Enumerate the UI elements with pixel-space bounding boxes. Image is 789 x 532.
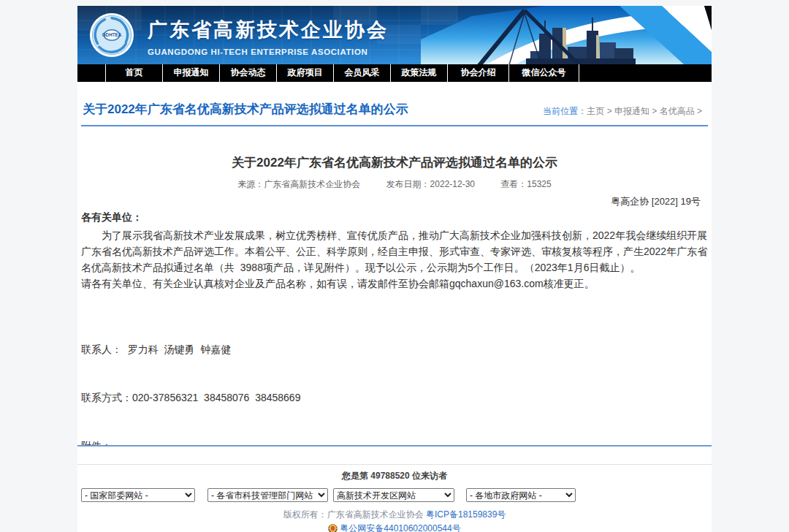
nav-item-home[interactable]: 首页 [105, 64, 162, 82]
icp-license-link[interactable]: 粤ICP备18159839号 [426, 509, 506, 520]
association-logo-emblem: GDHTEA [89, 12, 134, 58]
nav-item-association-news[interactable]: 协会动态 [219, 64, 276, 82]
links-select-city-governments[interactable]: - 各地市政府网站 - [466, 488, 576, 502]
document-number: 粤高企协 [2022] 19号 [81, 195, 708, 208]
nav-item-government-projects[interactable]: 政府项目 [276, 64, 333, 82]
attachment-label: 附件： [81, 438, 708, 446]
links-select-hitech-zones[interactable]: 高新技术开发区网站 [333, 488, 454, 502]
site-footer: 您是第 49788520 位来访者 - 国家部委网站 - - 各省市科技管理部门… [77, 464, 712, 532]
visitor-counter: 您是第 49788520 位来访者 [77, 470, 712, 482]
title-divider [81, 125, 708, 126]
association-logo: GDHTEA [89, 12, 134, 58]
salutation: 各有关单位： [81, 211, 708, 224]
article-paragraph-1: 为了展示我省高新技术产业发展成果，树立优秀榜样、宣传优质产品，推动广大高新技术企… [81, 227, 708, 276]
org-name-cn: 广东省高新技术企业协会 [148, 17, 389, 43]
article-title: 关于2022年广东省名优高新技术产品评选拟通过名单的公示 [81, 154, 708, 171]
article-source: 来源：广东省高新技术企业协会 [237, 179, 360, 189]
svg-text:GDHTEA: GDHTEA [102, 32, 122, 37]
copyright-text: 版权所有：广东省高新技术企业协会 [283, 509, 426, 520]
title-row: 关于2022年广东省名优高新技术产品评选拟通过名单的公示 当前位置：主页 > 申… [81, 101, 708, 118]
nav-item-policies[interactable]: 政策法规 [390, 64, 447, 82]
header-titles: 广东省高新技术企业协会 GUANGDONG HI-TECH ENTERPRISE… [148, 17, 389, 56]
nav-item-member-showcase[interactable]: 会员风采 [333, 64, 390, 82]
contact-person: 联系人： 罗力科 汤键勇 钟嘉健 [81, 341, 708, 357]
footer-divider [77, 464, 712, 465]
content-area: 关于2022年广东省名优高新技术产品评选拟通过名单的公示 当前位置：主页 > 申… [77, 82, 712, 446]
org-name-en: GUANGDONG HI-TECH ENTERPRISE ASOCIATION [148, 48, 389, 56]
nav-spacer [77, 64, 105, 82]
links-select-national-ministries[interactable]: - 国家部委网站 - [81, 488, 195, 502]
breadcrumb-path[interactable]: 主页 > 申报通知 > 名优高品 > [587, 106, 702, 116]
contact-block: 联系人： 罗力科 汤键勇 钟嘉健 联系方式：020-37856321 38458… [81, 309, 708, 446]
page-title: 关于2022年广东省名优高新技术产品评选拟通过名单的公示 [83, 101, 408, 118]
article-meta: 来源：广东省高新技术企业协会 发布日期：2022-12-30 查看：15325 [81, 178, 708, 191]
page-container: GDHTEA 广东省高新技术企业协会 GUANGDONG HI-TECH ENT… [77, 6, 712, 532]
copyright-line: 版权所有：广东省高新技术企业协会 粤ICP备18159839号 [77, 509, 712, 521]
contact-phone: 联系方式：020-37856321 38458076 38458669 [81, 390, 708, 406]
breadcrumb[interactable]: 当前位置：主页 > 申报通知 > 名优高品 > [543, 105, 702, 118]
main-nav: 首页 申报通知 协会动态 政府项目 会员风采 政策法规 协会介绍 微信公众号 [77, 64, 712, 82]
article-views: 查看：15325 [500, 179, 551, 189]
links-select-provincial-sci-tech[interactable]: - 各省市科技管理部门网站 - [207, 488, 328, 502]
friend-links-row: - 国家部委网站 - - 各省市科技管理部门网站 - 高新技术开发区网站 - 各… [77, 488, 712, 502]
nav-filler [579, 64, 712, 82]
nav-item-wechat[interactable]: 微信公众号 [508, 64, 579, 82]
article-paragraph-2: 请各有关单位、有关企业认真核对企业及产品名称，如有误，请发邮件至协会邮箱gqch… [81, 276, 708, 292]
article-publish-date: 发布日期：2022-12-30 [386, 179, 475, 189]
site-header: GDHTEA 广东省高新技术企业协会 GUANGDONG HI-TECH ENT… [77, 6, 712, 64]
nav-item-about[interactable]: 协会介绍 [447, 64, 508, 82]
police-registration-link[interactable]: 粤公网安备44010602000544号 [340, 522, 460, 532]
nav-item-notices[interactable]: 申报通知 [162, 64, 219, 82]
police-registration-line: 粤公网安备44010602000544号 [77, 522, 712, 532]
breadcrumb-label: 当前位置： [543, 106, 587, 116]
police-badge-icon [328, 524, 338, 532]
